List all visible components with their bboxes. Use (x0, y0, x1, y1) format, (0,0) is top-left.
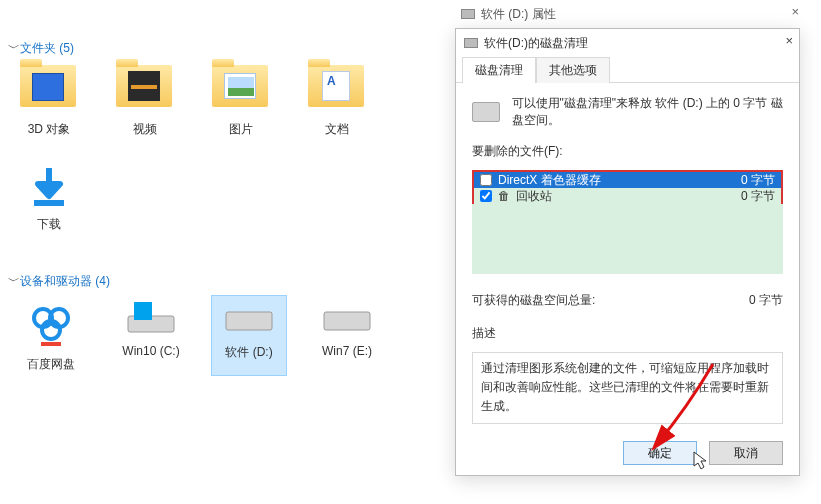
section-label: 设备和驱动器 (4) (20, 273, 110, 290)
svg-rect-0 (34, 200, 64, 206)
file-name: 回收站 (516, 188, 719, 205)
explorer-pane: ﹀ 文件夹 (5) 3D 对象 视频 图片 文档 (0, 0, 455, 504)
file-checkbox[interactable] (480, 190, 492, 202)
file-name: DirectX 着色器缓存 (498, 172, 719, 189)
ok-button[interactable]: 确定 (623, 441, 697, 465)
folder-pictures-icon (212, 65, 270, 115)
file-checkbox[interactable] (480, 174, 492, 186)
files-list-empty-area (472, 204, 783, 274)
chevron-down-icon: ﹀ (8, 273, 18, 290)
device-item-software-d[interactable]: 软件 (D:) (212, 296, 286, 375)
device-label: Win10 (C:) (122, 344, 179, 358)
device-item-baidu[interactable]: 百度网盘 (14, 298, 88, 373)
tab-more-options[interactable]: 其他选项 (536, 57, 610, 83)
folder-label: 视频 (133, 121, 157, 138)
drive-large-icon (472, 102, 500, 122)
svg-rect-7 (226, 312, 272, 330)
folder-item-videos[interactable]: 视频 (110, 65, 180, 138)
tab-disk-cleanup[interactable]: 磁盘清理 (462, 57, 536, 83)
files-list-container: DirectX 着色器缓存 0 字节 🗑 回收站 0 字节 (472, 170, 783, 274)
folder-video-icon (116, 65, 174, 115)
file-row-recycle-bin[interactable]: 🗑 回收站 0 字节 (474, 188, 781, 204)
device-label: 软件 (D:) (225, 344, 272, 361)
drive-d-icon (222, 298, 276, 338)
info-row: 可以使用"磁盘清理"来释放 软件 (D:) 上的 0 字节 磁盘空间。 (472, 95, 783, 129)
dialog-tabs: 磁盘清理 其他选项 (456, 57, 799, 83)
drive-c-icon (124, 298, 178, 338)
gain-label: 可获得的磁盘空间总量: (472, 292, 595, 309)
description-box: 通过清理图形系统创建的文件，可缩短应用程序加载时间和改善响应性能。这些已清理的文… (472, 352, 783, 424)
disk-cleanup-dialog: 软件(D:)的磁盘清理 × 磁盘清理 其他选项 可以使用"磁盘清理"来释放 软件… (455, 28, 800, 476)
baidu-netdisk-icon (25, 298, 77, 350)
folder-item-3d-objects[interactable]: 3D 对象 (14, 65, 84, 138)
file-row-directx-cache[interactable]: DirectX 着色器缓存 0 字节 (474, 172, 781, 188)
folder-item-downloads[interactable]: 下载 (14, 164, 84, 233)
devices-grid: 百度网盘 Win10 (C:) 软件 (D:) Win7 (E:) (8, 298, 447, 373)
svg-rect-4 (41, 342, 61, 346)
folder-label: 下载 (37, 216, 61, 233)
close-icon[interactable]: × (785, 33, 793, 48)
section-header-folders[interactable]: ﹀ 文件夹 (5) (8, 40, 447, 57)
folder-item-pictures[interactable]: 图片 (206, 65, 276, 138)
device-label: Win7 (E:) (322, 344, 372, 358)
gain-row: 可获得的磁盘空间总量: 0 字节 (472, 292, 783, 309)
svg-rect-8 (324, 312, 370, 330)
section-header-devices[interactable]: ﹀ 设备和驱动器 (4) (8, 273, 447, 290)
folder-3d-icon (20, 65, 78, 115)
folders-grid: 3D 对象 视频 图片 文档 下载 (8, 65, 447, 233)
chevron-down-icon: ﹀ (8, 40, 18, 57)
recycle-bin-icon: 🗑 (498, 189, 510, 203)
files-to-delete-label: 要删除的文件(F): (472, 143, 783, 160)
description-label: 描述 (472, 325, 783, 342)
section-label: 文件夹 (5) (20, 40, 74, 57)
device-label: 百度网盘 (27, 356, 75, 373)
download-arrow-icon (26, 164, 72, 210)
parent-window-titlebar: 软件 (D:) 属性 × (455, 2, 805, 26)
drive-icon (464, 38, 478, 48)
drive-icon (461, 9, 475, 19)
svg-rect-6 (134, 302, 152, 320)
drive-e-icon (320, 298, 374, 338)
files-list[interactable]: DirectX 着色器缓存 0 字节 🗑 回收站 0 字节 (472, 170, 783, 204)
folder-label: 图片 (229, 121, 253, 138)
folder-label: 3D 对象 (28, 121, 71, 138)
parent-window-title: 软件 (D:) 属性 (481, 6, 556, 23)
dialog-body: 可以使用"磁盘清理"来释放 软件 (D:) 上的 0 字节 磁盘空间。 要删除的… (456, 83, 799, 431)
gain-value: 0 字节 (749, 292, 783, 309)
device-item-win7-e[interactable]: Win7 (E:) (310, 298, 384, 373)
device-item-win10-c[interactable]: Win10 (C:) (114, 298, 188, 373)
file-size: 0 字节 (725, 172, 775, 189)
folder-label: 文档 (325, 121, 349, 138)
cancel-button[interactable]: 取消 (709, 441, 783, 465)
folder-item-documents[interactable]: 文档 (302, 65, 372, 138)
info-text: 可以使用"磁盘清理"来释放 软件 (D:) 上的 0 字节 磁盘空间。 (512, 95, 783, 129)
folder-documents-icon (308, 65, 366, 115)
dialog-title: 软件(D:)的磁盘清理 (484, 35, 588, 52)
close-icon[interactable]: × (791, 4, 799, 19)
dialog-footer: 确定 取消 (456, 431, 799, 475)
dialog-titlebar[interactable]: 软件(D:)的磁盘清理 × (456, 29, 799, 57)
file-size: 0 字节 (725, 188, 775, 205)
